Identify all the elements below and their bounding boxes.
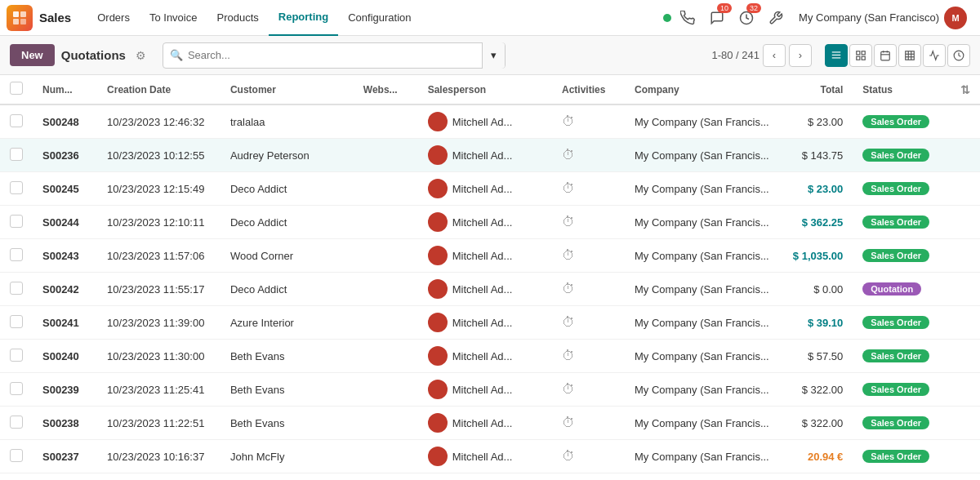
table-row[interactable]: S00235 10/23/2023 10:01:24 John McFly Mi… [0,473,980,481]
row-checkbox[interactable] [10,248,23,261]
row-checkbox[interactable] [10,416,23,429]
table-header: Num... Creation Date Customer Webs... Sa… [0,75,980,104]
customer-name: Azure Interior [220,306,354,340]
status-badge: Sales Order [862,383,929,396]
activities-cell[interactable]: ⏱ [552,139,625,172]
activities-cell[interactable]: ⏱ [552,273,625,306]
col-header-activities[interactable]: Activities [552,75,625,104]
customer-name: Deco Addict [220,172,354,206]
activities-cell[interactable]: ⏱ [552,172,625,206]
row-checkbox[interactable] [10,349,23,362]
row-checkbox[interactable] [10,181,23,194]
salesperson-name: Mitchell Ad... [452,350,513,362]
activities-cell[interactable]: ⏱ [552,306,625,340]
activities-cell[interactable]: ⏱ [552,373,625,407]
customer-name: Deco Addict [220,206,354,239]
col-header-total[interactable]: Total [781,75,853,104]
table-row[interactable]: S00242 10/23/2023 11:55:17 Deco Addict M… [0,273,980,306]
calendar-view-btn[interactable] [874,44,897,67]
table-row[interactable]: S00238 10/23/2023 11:22:51 Beth Evans Mi… [0,407,980,440]
table-row[interactable]: S00245 10/23/2023 12:15:49 Deco Addict M… [0,172,980,206]
activity-view-btn[interactable] [947,44,970,67]
row-checkbox[interactable] [10,315,23,328]
company-cell: My Company (San Francis... [625,306,781,340]
pagination-next[interactable]: › [789,44,812,67]
col-header-status[interactable]: Status [853,75,951,104]
order-number: S00237 [42,451,79,463]
salesperson-name: Mitchell Ad... [452,384,513,396]
clock-icon-btn[interactable]: 32 [733,5,760,31]
nav-configuration[interactable]: Configuration [338,0,421,36]
customer-name: Beth Evans [220,373,354,407]
activities-cell[interactable]: ⏱ [552,239,625,273]
spreadsheet-view-btn[interactable] [898,44,921,67]
company-cell: My Company (San Francis... [625,473,781,481]
table-row[interactable]: S00240 10/23/2023 11:30:00 Beth Evans Mi… [0,340,980,373]
col-header-salesperson[interactable]: Salesperson [418,75,552,104]
chat-icon-btn[interactable]: 10 [704,5,730,31]
total-amount: $ 362.25 [802,216,844,229]
svg-rect-1 [20,11,26,17]
status-cell: Sales Order [853,139,951,172]
svg-rect-10 [857,56,860,60]
col-header-date[interactable]: Creation Date [97,75,220,104]
settings-gear-icon[interactable]: ⚙ [136,49,146,62]
nav-reporting[interactable]: Reporting [269,0,338,36]
table-row[interactable]: S00243 10/23/2023 11:57:06 Wood Corner M… [0,239,980,273]
table-row[interactable]: S00237 10/23/2023 10:16:37 John McFly Mi… [0,440,980,473]
activity-clock-icon: ⏱ [562,282,575,296]
col-header-customer[interactable]: Customer [220,75,354,104]
nav-to-invoice[interactable]: To Invoice [140,0,207,36]
table-row[interactable]: S00236 10/23/2023 10:12:55 Audrey Peters… [0,139,980,172]
row-checkbox[interactable] [10,449,23,462]
nav-products[interactable]: Products [207,0,268,36]
creation-date: 10/23/2023 11:57:06 [97,239,220,273]
activities-cell[interactable]: ⏱ [552,206,625,239]
row-checkbox[interactable] [10,282,23,295]
company-selector[interactable]: My Company (San Francisco) M [792,7,973,29]
status-badge: Sales Order [862,416,929,429]
table-row[interactable]: S00241 10/23/2023 11:39:00 Azure Interio… [0,306,980,340]
table-row[interactable]: S00248 10/23/2023 12:46:32 tralalaa Mitc… [0,104,980,139]
table-row[interactable]: S00239 10/23/2023 11:25:41 Beth Evans Mi… [0,373,980,407]
select-all-checkbox[interactable] [10,82,23,95]
order-number: S00238 [42,417,79,429]
row-checkbox[interactable] [10,382,23,395]
col-header-num[interactable]: Num... [33,75,97,104]
tools-icon-btn[interactable] [763,5,789,31]
list-view-btn[interactable] [825,44,848,67]
activities-cell[interactable]: ⏱ [552,407,625,440]
customer-name: Beth Evans [220,340,354,373]
activities-cell[interactable]: ⏱ [552,340,625,373]
status-cell: Sales Order [853,373,951,407]
pagination-prev[interactable]: ‹ [763,44,786,67]
search-dropdown-toggle[interactable]: ▾ [482,42,505,69]
row-checkbox[interactable] [10,148,23,161]
new-button[interactable]: New [10,44,55,66]
activities-cell[interactable]: ⏱ [552,440,625,473]
row-checkbox[interactable] [10,215,23,228]
kanban-view-btn[interactable] [849,44,872,67]
activities-cell[interactable]: ⏱ [552,473,625,481]
website-cell [354,273,418,306]
chart-view-btn[interactable] [923,44,946,67]
status-badge: Sales Order [862,249,929,262]
company-cell: My Company (San Francis... [625,239,781,273]
nav-orders[interactable]: Orders [87,0,140,36]
activities-cell[interactable]: ⏱ [552,104,625,139]
table-row[interactable]: S00244 10/23/2023 12:10:11 Deco Addict M… [0,206,980,239]
column-adjust-icon[interactable]: ⇅ [960,83,970,96]
website-cell [354,206,418,239]
activity-clock-icon: ⏱ [562,349,575,362]
order-number: S00248 [42,116,79,128]
top-navigation: Sales Orders To Invoice Products Reporti… [0,0,980,36]
salesperson-cell: Mitchell Ad... [418,172,552,206]
search-input[interactable] [188,49,482,61]
svg-rect-6 [832,54,841,55]
app-logo[interactable] [7,5,33,31]
col-header-company[interactable]: Company [625,75,781,104]
company-cell: My Company (San Francis... [625,172,781,206]
col-header-website[interactable]: Webs... [354,75,418,104]
phone-icon-btn[interactable] [675,5,701,31]
row-checkbox[interactable] [10,114,23,127]
